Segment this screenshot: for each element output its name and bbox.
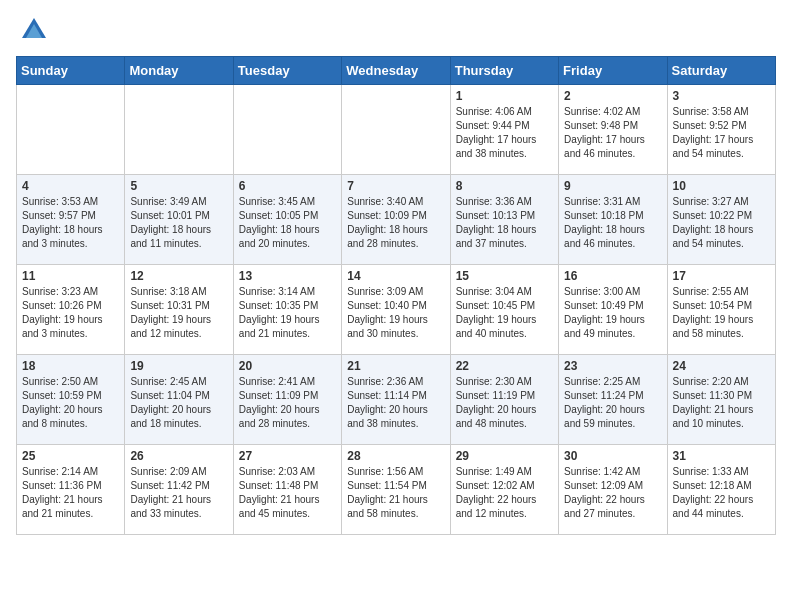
day-number: 22 (456, 359, 553, 373)
calendar-cell: 17Sunrise: 2:55 AM Sunset: 10:54 PM Dayl… (667, 265, 775, 355)
day-number: 10 (673, 179, 770, 193)
day-info: Sunrise: 3:53 AM Sunset: 9:57 PM Dayligh… (22, 195, 119, 251)
day-info: Sunrise: 3:31 AM Sunset: 10:18 PM Daylig… (564, 195, 661, 251)
day-info: Sunrise: 1:42 AM Sunset: 12:09 AM Daylig… (564, 465, 661, 521)
calendar-cell: 13Sunrise: 3:14 AM Sunset: 10:35 PM Dayl… (233, 265, 341, 355)
calendar-week-2: 4Sunrise: 3:53 AM Sunset: 9:57 PM Daylig… (17, 175, 776, 265)
day-info: Sunrise: 4:02 AM Sunset: 9:48 PM Dayligh… (564, 105, 661, 161)
day-info: Sunrise: 4:06 AM Sunset: 9:44 PM Dayligh… (456, 105, 553, 161)
calendar-cell: 2Sunrise: 4:02 AM Sunset: 9:48 PM Daylig… (559, 85, 667, 175)
day-number: 25 (22, 449, 119, 463)
day-info: Sunrise: 3:40 AM Sunset: 10:09 PM Daylig… (347, 195, 444, 251)
day-number: 5 (130, 179, 227, 193)
calendar-cell: 11Sunrise: 3:23 AM Sunset: 10:26 PM Dayl… (17, 265, 125, 355)
page-header (16, 16, 776, 44)
day-info: Sunrise: 3:49 AM Sunset: 10:01 PM Daylig… (130, 195, 227, 251)
day-number: 27 (239, 449, 336, 463)
calendar-week-1: 1Sunrise: 4:06 AM Sunset: 9:44 PM Daylig… (17, 85, 776, 175)
calendar-cell: 31Sunrise: 1:33 AM Sunset: 12:18 AM Dayl… (667, 445, 775, 535)
day-number: 18 (22, 359, 119, 373)
day-info: Sunrise: 2:03 AM Sunset: 11:48 PM Daylig… (239, 465, 336, 521)
day-number: 17 (673, 269, 770, 283)
calendar-cell: 10Sunrise: 3:27 AM Sunset: 10:22 PM Dayl… (667, 175, 775, 265)
logo (16, 16, 48, 44)
header-sunday: Sunday (17, 57, 125, 85)
day-info: Sunrise: 3:45 AM Sunset: 10:05 PM Daylig… (239, 195, 336, 251)
calendar-cell: 22Sunrise: 2:30 AM Sunset: 11:19 PM Dayl… (450, 355, 558, 445)
calendar-cell: 4Sunrise: 3:53 AM Sunset: 9:57 PM Daylig… (17, 175, 125, 265)
calendar-cell: 23Sunrise: 2:25 AM Sunset: 11:24 PM Dayl… (559, 355, 667, 445)
calendar-cell: 1Sunrise: 4:06 AM Sunset: 9:44 PM Daylig… (450, 85, 558, 175)
day-info: Sunrise: 2:41 AM Sunset: 11:09 PM Daylig… (239, 375, 336, 431)
calendar-cell: 30Sunrise: 1:42 AM Sunset: 12:09 AM Dayl… (559, 445, 667, 535)
calendar-week-5: 25Sunrise: 2:14 AM Sunset: 11:36 PM Dayl… (17, 445, 776, 535)
day-number: 14 (347, 269, 444, 283)
calendar-cell: 25Sunrise: 2:14 AM Sunset: 11:36 PM Dayl… (17, 445, 125, 535)
day-number: 29 (456, 449, 553, 463)
day-number: 3 (673, 89, 770, 103)
day-number: 20 (239, 359, 336, 373)
day-info: Sunrise: 3:00 AM Sunset: 10:49 PM Daylig… (564, 285, 661, 341)
calendar-week-3: 11Sunrise: 3:23 AM Sunset: 10:26 PM Dayl… (17, 265, 776, 355)
day-number: 31 (673, 449, 770, 463)
day-number: 26 (130, 449, 227, 463)
day-number: 28 (347, 449, 444, 463)
day-number: 16 (564, 269, 661, 283)
calendar-cell: 3Sunrise: 3:58 AM Sunset: 9:52 PM Daylig… (667, 85, 775, 175)
day-info: Sunrise: 2:20 AM Sunset: 11:30 PM Daylig… (673, 375, 770, 431)
day-info: Sunrise: 2:36 AM Sunset: 11:14 PM Daylig… (347, 375, 444, 431)
calendar-cell: 9Sunrise: 3:31 AM Sunset: 10:18 PM Dayli… (559, 175, 667, 265)
day-number: 15 (456, 269, 553, 283)
header-friday: Friday (559, 57, 667, 85)
day-number: 1 (456, 89, 553, 103)
calendar-cell: 6Sunrise: 3:45 AM Sunset: 10:05 PM Dayli… (233, 175, 341, 265)
header-thursday: Thursday (450, 57, 558, 85)
calendar-cell: 20Sunrise: 2:41 AM Sunset: 11:09 PM Dayl… (233, 355, 341, 445)
calendar-cell (125, 85, 233, 175)
day-info: Sunrise: 1:33 AM Sunset: 12:18 AM Daylig… (673, 465, 770, 521)
day-number: 9 (564, 179, 661, 193)
calendar-cell: 28Sunrise: 1:56 AM Sunset: 11:54 PM Dayl… (342, 445, 450, 535)
calendar-cell (342, 85, 450, 175)
calendar-cell: 19Sunrise: 2:45 AM Sunset: 11:04 PM Dayl… (125, 355, 233, 445)
calendar-cell: 12Sunrise: 3:18 AM Sunset: 10:31 PM Dayl… (125, 265, 233, 355)
header-tuesday: Tuesday (233, 57, 341, 85)
day-info: Sunrise: 2:45 AM Sunset: 11:04 PM Daylig… (130, 375, 227, 431)
day-number: 4 (22, 179, 119, 193)
calendar-cell: 27Sunrise: 2:03 AM Sunset: 11:48 PM Dayl… (233, 445, 341, 535)
calendar-cell: 8Sunrise: 3:36 AM Sunset: 10:13 PM Dayli… (450, 175, 558, 265)
calendar-cell (17, 85, 125, 175)
header-wednesday: Wednesday (342, 57, 450, 85)
day-info: Sunrise: 1:49 AM Sunset: 12:02 AM Daylig… (456, 465, 553, 521)
day-number: 7 (347, 179, 444, 193)
calendar-cell: 21Sunrise: 2:36 AM Sunset: 11:14 PM Dayl… (342, 355, 450, 445)
day-info: Sunrise: 3:09 AM Sunset: 10:40 PM Daylig… (347, 285, 444, 341)
day-info: Sunrise: 2:25 AM Sunset: 11:24 PM Daylig… (564, 375, 661, 431)
day-number: 30 (564, 449, 661, 463)
calendar-cell: 16Sunrise: 3:00 AM Sunset: 10:49 PM Dayl… (559, 265, 667, 355)
day-info: Sunrise: 2:14 AM Sunset: 11:36 PM Daylig… (22, 465, 119, 521)
calendar-cell: 7Sunrise: 3:40 AM Sunset: 10:09 PM Dayli… (342, 175, 450, 265)
day-info: Sunrise: 3:18 AM Sunset: 10:31 PM Daylig… (130, 285, 227, 341)
header-monday: Monday (125, 57, 233, 85)
header-saturday: Saturday (667, 57, 775, 85)
calendar-cell: 24Sunrise: 2:20 AM Sunset: 11:30 PM Dayl… (667, 355, 775, 445)
day-number: 13 (239, 269, 336, 283)
day-info: Sunrise: 2:30 AM Sunset: 11:19 PM Daylig… (456, 375, 553, 431)
day-info: Sunrise: 2:50 AM Sunset: 10:59 PM Daylig… (22, 375, 119, 431)
day-number: 19 (130, 359, 227, 373)
calendar-cell: 15Sunrise: 3:04 AM Sunset: 10:45 PM Dayl… (450, 265, 558, 355)
day-info: Sunrise: 3:27 AM Sunset: 10:22 PM Daylig… (673, 195, 770, 251)
day-number: 24 (673, 359, 770, 373)
calendar-cell: 18Sunrise: 2:50 AM Sunset: 10:59 PM Dayl… (17, 355, 125, 445)
day-number: 11 (22, 269, 119, 283)
day-info: Sunrise: 1:56 AM Sunset: 11:54 PM Daylig… (347, 465, 444, 521)
day-info: Sunrise: 2:09 AM Sunset: 11:42 PM Daylig… (130, 465, 227, 521)
calendar-cell (233, 85, 341, 175)
day-number: 21 (347, 359, 444, 373)
day-number: 12 (130, 269, 227, 283)
day-info: Sunrise: 3:04 AM Sunset: 10:45 PM Daylig… (456, 285, 553, 341)
day-info: Sunrise: 3:36 AM Sunset: 10:13 PM Daylig… (456, 195, 553, 251)
day-info: Sunrise: 3:23 AM Sunset: 10:26 PM Daylig… (22, 285, 119, 341)
day-info: Sunrise: 3:14 AM Sunset: 10:35 PM Daylig… (239, 285, 336, 341)
